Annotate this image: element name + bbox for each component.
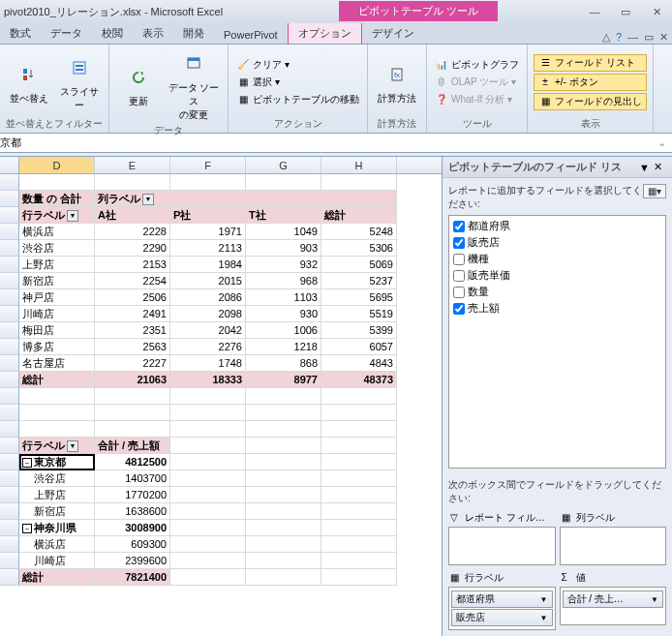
cell[interactable]	[170, 174, 246, 191]
cell[interactable]	[246, 520, 321, 536]
cell[interactable]: 1638600	[95, 503, 170, 520]
cell[interactable]: 渋谷店	[19, 240, 95, 257]
cell[interactable]: 1103	[246, 289, 321, 306]
dropzone-item[interactable]: 合計 / 売上…▼	[563, 591, 664, 608]
cell[interactable]: 渋谷店	[19, 470, 95, 487]
tab-powerpivot[interactable]: PowerPivot	[214, 26, 288, 44]
cell[interactable]	[321, 388, 397, 405]
cell[interactable]: 868	[246, 355, 321, 372]
cell[interactable]	[170, 438, 246, 454]
cell[interactable]	[321, 438, 397, 454]
cell[interactable]	[170, 421, 246, 438]
field-item[interactable]: 数量	[451, 284, 663, 300]
field-checkbox[interactable]	[453, 270, 465, 282]
cell[interactable]: 2254	[95, 273, 170, 289]
cell[interactable]: 新宿店	[19, 273, 95, 289]
field-checkbox[interactable]	[453, 303, 465, 315]
pm-buttons-button[interactable]: ±+/- ボタン	[534, 74, 647, 91]
cell[interactable]: 総計	[19, 569, 95, 586]
cell[interactable]: 1748	[170, 355, 246, 372]
dropdown-icon[interactable]: ▼	[142, 194, 154, 205]
cell[interactable]	[246, 191, 321, 207]
field-item[interactable]: 都道府県	[451, 218, 663, 234]
window-restore-icon[interactable]: ▭	[644, 31, 654, 44]
field-checkbox[interactable]	[453, 221, 465, 232]
refresh-button[interactable]: 更新	[115, 48, 162, 122]
cell[interactable]	[246, 405, 321, 421]
cell[interactable]	[321, 536, 397, 553]
cell[interactable]: 1971	[170, 224, 246, 240]
cell[interactable]	[170, 454, 246, 470]
cell[interactable]	[19, 421, 95, 438]
cell[interactable]: 名古屋店	[19, 355, 95, 372]
collapse-icon[interactable]: −	[22, 524, 32, 533]
cell[interactable]: 968	[246, 273, 321, 289]
cell[interactable]: P社	[170, 207, 246, 224]
cell[interactable]: 4812500	[95, 454, 170, 470]
cell[interactable]: 2042	[170, 322, 246, 339]
cell[interactable]	[170, 536, 246, 553]
drop-zone-filter[interactable]	[448, 527, 556, 565]
cell[interactable]: 行ラベル▼	[19, 207, 95, 224]
field-item[interactable]: 販売店	[451, 234, 663, 251]
cell[interactable]: 932	[246, 257, 321, 273]
cell[interactable]: 川崎店	[19, 553, 95, 569]
cell[interactable]: 梅田店	[19, 322, 95, 339]
cell[interactable]: 5237	[321, 273, 397, 289]
cell[interactable]: 2351	[95, 322, 170, 339]
cell[interactable]: 新宿店	[19, 503, 95, 520]
cell[interactable]: 上野店	[19, 257, 95, 273]
cell[interactable]: 7821400	[95, 569, 170, 586]
cell[interactable]: 5248	[321, 224, 397, 240]
cell[interactable]	[170, 553, 246, 569]
cell[interactable]	[95, 174, 170, 191]
cell[interactable]	[246, 438, 321, 454]
cell[interactable]: 2113	[170, 240, 246, 257]
cell[interactable]	[246, 487, 321, 503]
layout-button[interactable]: ▦▾	[643, 184, 666, 198]
cell[interactable]: 川崎店	[19, 306, 95, 322]
cell[interactable]	[170, 569, 246, 586]
cell[interactable]: 2276	[170, 339, 246, 355]
cell[interactable]: 2228	[95, 224, 170, 240]
cell[interactable]	[170, 388, 246, 405]
cell[interactable]: 5069	[321, 257, 397, 273]
tab-design[interactable]: デザイン	[362, 23, 424, 44]
tab-options[interactable]: オプション	[288, 22, 362, 44]
drop-zone-cols[interactable]	[560, 527, 667, 565]
select-button[interactable]: ▦選択 ▾	[234, 75, 361, 90]
cell[interactable]	[170, 520, 246, 536]
datasource-button[interactable]: データ ソース の変更	[166, 48, 222, 122]
cell[interactable]	[170, 470, 246, 487]
cell[interactable]: 博多店	[19, 339, 95, 355]
cell[interactable]: 横浜店	[19, 536, 95, 553]
window-min-icon[interactable]: ―	[627, 31, 638, 44]
cell[interactable]: 1006	[246, 322, 321, 339]
cell[interactable]: 列ラベル▼	[95, 191, 170, 207]
cell[interactable]	[246, 470, 321, 487]
cell[interactable]: 合計 / 売上額	[95, 438, 170, 454]
chevron-down-icon[interactable]: ▼	[540, 595, 548, 604]
col-header[interactable]: E	[95, 157, 170, 173]
cell[interactable]	[19, 405, 95, 421]
help-icon[interactable]: ?	[616, 31, 622, 44]
cell[interactable]	[246, 421, 321, 438]
minimize-icon[interactable]: ―	[583, 6, 606, 18]
cell[interactable]	[170, 503, 246, 520]
cell[interactable]: 18333	[170, 372, 246, 388]
cell[interactable]: 2098	[170, 306, 246, 322]
cell[interactable]: 609300	[95, 536, 170, 553]
cell[interactable]	[246, 569, 321, 586]
cell[interactable]	[321, 569, 397, 586]
tab-formulas[interactable]: 数式	[0, 23, 41, 44]
col-header[interactable]: D	[19, 157, 95, 173]
dropdown-icon[interactable]: ▼	[67, 210, 78, 222]
formula-content[interactable]: 京都	[0, 136, 652, 150]
cell[interactable]: T社	[246, 207, 321, 224]
dropzone-item[interactable]: 販売店▼	[451, 609, 553, 626]
field-item[interactable]: 機種	[451, 251, 663, 267]
cell[interactable]	[321, 174, 397, 191]
minimize-ribbon-icon[interactable]: △	[602, 31, 610, 44]
cell[interactable]: A社	[95, 207, 170, 224]
calc-button[interactable]: fx 計算方法	[374, 48, 420, 115]
